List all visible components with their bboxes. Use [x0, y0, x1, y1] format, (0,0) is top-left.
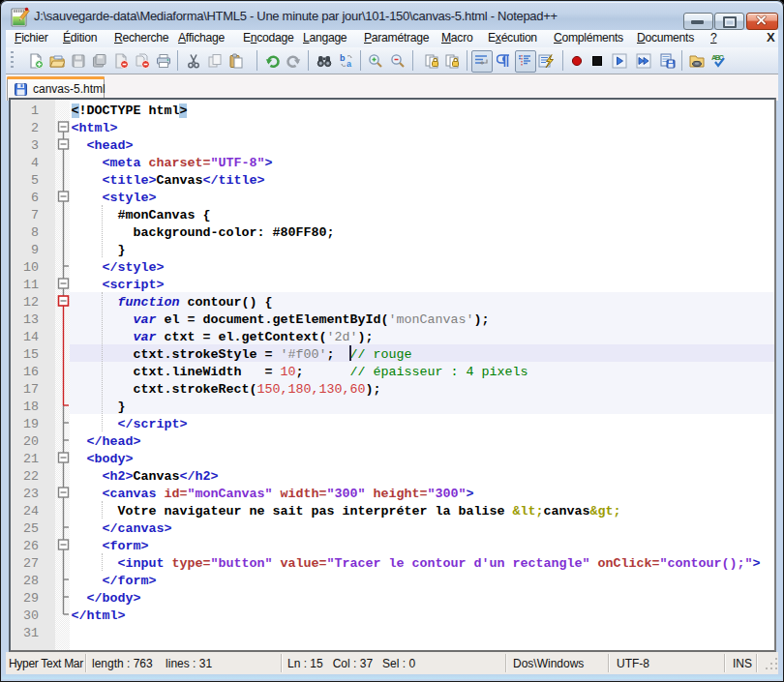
svg-text:a: a [347, 59, 352, 69]
svg-text:b: b [340, 53, 346, 63]
